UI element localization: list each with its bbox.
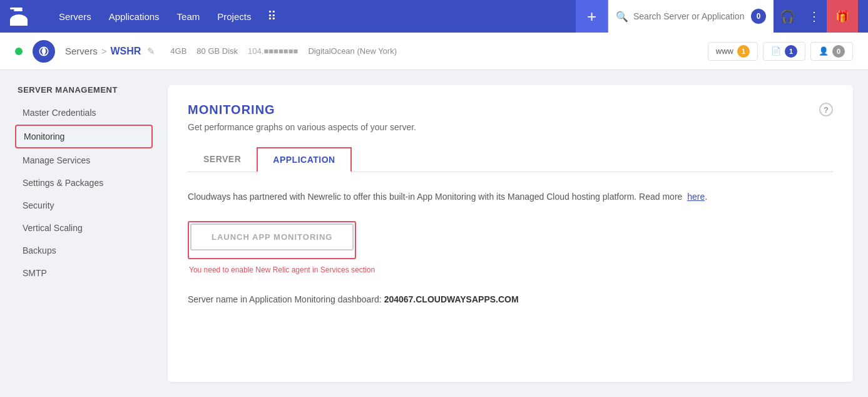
tab-server[interactable]: SERVER xyxy=(188,147,257,172)
search-input[interactable] xyxy=(633,11,746,21)
badge-user-count: 0 xyxy=(832,45,845,58)
sidebar-item-manage-services[interactable]: Manage Services xyxy=(15,150,153,171)
nav-team[interactable]: Team xyxy=(171,9,207,24)
user-icon: 👤 xyxy=(819,46,829,56)
search-bar: 🔍 0 xyxy=(608,0,774,33)
server-bar: Servers > WSHR ✎ 4GB 80 GB Disk 104.■■■■… xyxy=(0,33,868,70)
sidebar: Server Management Master Credentials Mon… xyxy=(15,85,153,382)
sidebar-item-settings-packages[interactable]: Settings & Packages xyxy=(15,172,153,193)
breadcrumb-server-name[interactable]: WSHR xyxy=(110,46,141,57)
launch-note: You need to enable New Relic agent in Se… xyxy=(189,266,833,274)
monitoring-description: Cloudways has partnered with Newrelic to… xyxy=(188,190,833,204)
monitoring-link[interactable]: here xyxy=(687,192,705,202)
badge-www-label: www xyxy=(716,46,733,56)
sidebar-item-security[interactable]: Security xyxy=(15,195,153,216)
monitoring-desc-text2: . xyxy=(705,192,707,202)
sidebar-item-smtp[interactable]: SMTP xyxy=(15,262,153,284)
badge-user[interactable]: 👤 0 xyxy=(810,42,853,61)
server-provider: DigitalOcean (New York) xyxy=(308,46,397,56)
topnav: Servers Applications Team Projects ⠿ + 🔍… xyxy=(0,0,868,33)
notification-badge[interactable]: 0 xyxy=(751,9,766,24)
server-meta: 4GB 80 GB Disk 104.■■■■■■■ DigitalOcean … xyxy=(170,46,397,56)
page-title: MONITORING xyxy=(188,103,275,117)
main-nav: Servers Applications Team Projects ⠿ xyxy=(53,6,576,26)
server-status-dot xyxy=(15,48,23,55)
content-header: MONITORING ? xyxy=(188,103,833,117)
badge-file[interactable]: 📄 1 xyxy=(763,42,805,61)
server-name-row: Server name in Application Monitoring da… xyxy=(188,294,833,304)
monitoring-desc-text1: Cloudways has partnered with Newrelic to… xyxy=(188,192,682,202)
nav-projects[interactable]: Projects xyxy=(211,9,257,24)
topnav-right: + 🔍 0 🎧 ⋮ 🎁 xyxy=(576,0,858,33)
badge-www[interactable]: www 1 xyxy=(708,42,758,61)
tab-application[interactable]: APPLICATION xyxy=(257,147,351,172)
content-panel: MONITORING ? Get performance graphs on v… xyxy=(168,85,853,382)
server-name-label: Server name in Application Monitoring da… xyxy=(188,294,382,304)
logo-icon xyxy=(10,5,35,28)
main-layout: Server Management Master Credentials Mon… xyxy=(0,70,868,397)
tabs: SERVER APPLICATION xyxy=(188,147,833,172)
more-options-button[interactable]: ⋮ xyxy=(802,0,827,33)
launch-btn-wrapper: LAUNCH APP MONITORING xyxy=(188,221,356,259)
server-ip: 104.■■■■■■■ xyxy=(248,46,298,56)
gift-button[interactable]: 🎁 xyxy=(827,0,858,33)
breadcrumb: Servers > WSHR ✎ xyxy=(65,46,155,57)
launch-app-monitoring-button[interactable]: LAUNCH APP MONITORING xyxy=(190,224,354,250)
nav-applications[interactable]: Applications xyxy=(103,9,166,24)
badge-file-count: 1 xyxy=(785,45,797,58)
server-disk: 80 GB Disk xyxy=(197,46,238,56)
server-badges: www 1 📄 1 👤 0 xyxy=(708,42,853,61)
sidebar-item-monitoring[interactable]: Monitoring xyxy=(15,125,153,148)
help-icon[interactable]: ? xyxy=(819,103,833,116)
headset-icon-button[interactable]: 🎧 xyxy=(774,0,802,33)
server-ram: 4GB xyxy=(170,46,186,56)
server-icon xyxy=(33,40,55,63)
add-button[interactable]: + xyxy=(576,0,608,33)
edit-server-name-icon[interactable]: ✎ xyxy=(147,46,155,57)
nav-servers[interactable]: Servers xyxy=(53,9,98,24)
sidebar-item-backups[interactable]: Backups xyxy=(15,240,153,261)
file-icon: 📄 xyxy=(771,46,781,56)
sidebar-section-title: Server Management xyxy=(15,85,153,95)
server-name-value: 204067.CLOUDWAYSAPPS.COM xyxy=(384,294,519,304)
breadcrumb-servers[interactable]: Servers xyxy=(65,46,98,56)
grid-icon[interactable]: ⠿ xyxy=(262,6,282,26)
badge-www-count: 1 xyxy=(737,45,750,58)
logo[interactable] xyxy=(10,5,38,28)
breadcrumb-separator: > xyxy=(101,46,107,56)
sidebar-item-vertical-scaling[interactable]: Vertical Scaling xyxy=(15,217,153,239)
search-icon: 🔍 xyxy=(616,11,628,23)
sidebar-item-master-credentials[interactable]: Master Credentials xyxy=(15,102,153,123)
content-subtitle: Get performance graphs on various aspect… xyxy=(188,122,833,132)
